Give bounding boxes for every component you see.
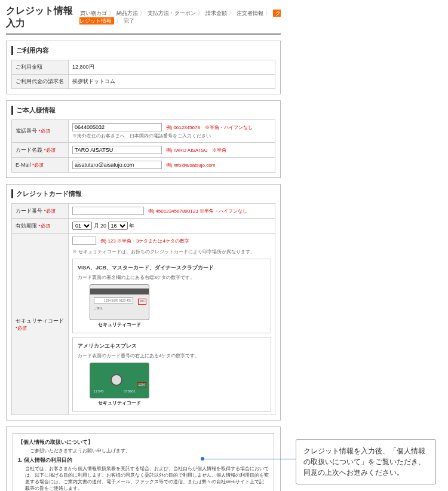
page-title: クレジット情報入力	[6, 5, 73, 30]
cvv-group2: アメリカンエキスプレス カード表面のカード番号の右上にある4ケタの数字です。 1…	[72, 337, 271, 412]
usage-amount-value: 12,800円	[69, 60, 275, 75]
breadcrumb-step: 完了	[124, 18, 134, 24]
cardno-input[interactable]	[72, 207, 144, 215]
cvv-note: ※ セキュリティコードは、お持ちのクレジットカードにより印字場所が異なります。	[72, 248, 271, 255]
expiry-year-prefix: 20	[100, 223, 106, 229]
cvv-caption-2: セキュリティコード	[90, 400, 149, 406]
callout-box: クレジット情報を入力後、「個人情報の取扱いについて」をご覧いただき、同意の上次へ…	[296, 439, 436, 484]
breadcrumb: 買い物カゴ 〉 納品方法 〉 支払方法・クーポン 〉 請求金額 〉 注文者情報 …	[79, 10, 281, 25]
expiry-req: *必須	[39, 223, 50, 229]
breadcrumb-step: 納品方法	[116, 10, 138, 16]
cardname-label: カード名義	[16, 147, 42, 153]
usage-billname-value: 挨拶状ドットコム	[69, 75, 275, 89]
breadcrumb-step: 買い物カゴ	[80, 10, 107, 16]
cardno-label: カード番号	[16, 208, 42, 214]
usage-title: ご利用内容	[11, 46, 275, 55]
cardname-req: *必須	[44, 148, 56, 153]
personal-section: ご本人様情報 電話番号 *必須 例) 0612345678 ※半角・ハイフンなし…	[6, 100, 281, 178]
email-req: *必須	[32, 162, 44, 168]
phone-input[interactable]	[72, 123, 162, 131]
cvv-group2-desc: カード表面のカード番号の右上にある4ケタの数字です。	[78, 352, 266, 359]
cardno-hint: 例) 4501234567890123 ※半角・ハイフンなし	[148, 208, 247, 214]
usage-billname-label: ご利用代金の請求名	[12, 75, 69, 89]
cardname-hint: 例) TARO AISATSU ※半角	[166, 148, 227, 153]
phone-label: 電話番号	[16, 128, 37, 134]
card-title: クレジットカード情報	[11, 189, 275, 198]
privacy-scroll[interactable]: 【個人情報の取扱いについて】 …ご参照いただきますようお願い申し上げます。 1.…	[13, 433, 274, 491]
phone-note: ※海外在住のお客さまへ 日本国内の電話番号をご入力ください	[72, 133, 271, 139]
expiry-month-suffix: 月	[94, 223, 99, 229]
card-green-illustration: 12345 678901 1234	[90, 363, 149, 398]
email-input[interactable]	[72, 161, 162, 169]
cvv-hint-top: 例) 123 ※半角・3ケタまたは4ケタの数字	[100, 238, 189, 244]
cardno-req: *必須	[44, 208, 56, 214]
privacy-body1: 当社では、お客さまから個人情報取扱業務を受託する場合、および、当社自らが個人情報…	[25, 465, 269, 491]
cvv-label: セキュリティコード	[16, 318, 64, 324]
breadcrumb-step: 注文者情報	[237, 10, 263, 16]
cvv-req: *必須	[16, 326, 27, 331]
cvv-group1-title: VISA、JCB、マスターカード、ダイナースクラブカード	[78, 264, 266, 272]
cvv-group2-title: アメリカンエキスプレス	[78, 342, 266, 350]
cvv-group1-desc: カード裏面の署名欄の上にある右端3ケタの数字です。	[78, 274, 266, 281]
expiry-year-suffix: 年	[129, 223, 134, 229]
privacy-heading: 【個人情報の取扱いについて】	[18, 438, 269, 446]
cvv-group1: VISA、JCB、マスターカード、ダイナースクラブカード カード裏面の署名欄の上…	[72, 259, 271, 333]
cvv-input[interactable]	[72, 237, 96, 245]
expiry-month-select[interactable]: 01	[72, 222, 92, 230]
privacy-intro: …ご参照いただきますようお願い申し上げます。	[25, 447, 269, 454]
usage-amount-label: ご利用金額	[12, 60, 69, 75]
usage-section: ご利用内容 ご利用金額 12,800円 ご利用代金の請求名 挨拶状ドットコム	[6, 41, 281, 94]
callout-line	[203, 459, 299, 459]
expiry-year-select[interactable]: 16	[108, 222, 128, 230]
expiry-label: 有効期限	[16, 223, 37, 229]
breadcrumb-step: 支払方法・クーポン	[148, 10, 196, 16]
card-gray-illustration: ご署名 1234 5678 9123 456 981	[90, 284, 149, 320]
cardname-input[interactable]	[72, 146, 162, 154]
phone-hint: 例) 0612345678 ※半角・ハイフンなし	[166, 125, 253, 130]
breadcrumb-step: 請求金額	[205, 10, 227, 16]
privacy-h1: 1. 個人情報の利用目的	[18, 456, 269, 464]
email-hint: 例) info@aisatsujo.com	[166, 162, 216, 168]
email-label: E-Mail	[16, 162, 31, 168]
cvv-caption-1: セキュリティコード	[90, 321, 149, 328]
phone-req: *必須	[39, 128, 50, 134]
personal-title: ご本人様情報	[11, 106, 275, 115]
card-section: クレジットカード情報 カード番号 *必須 例) 4501234567890123…	[6, 184, 281, 421]
